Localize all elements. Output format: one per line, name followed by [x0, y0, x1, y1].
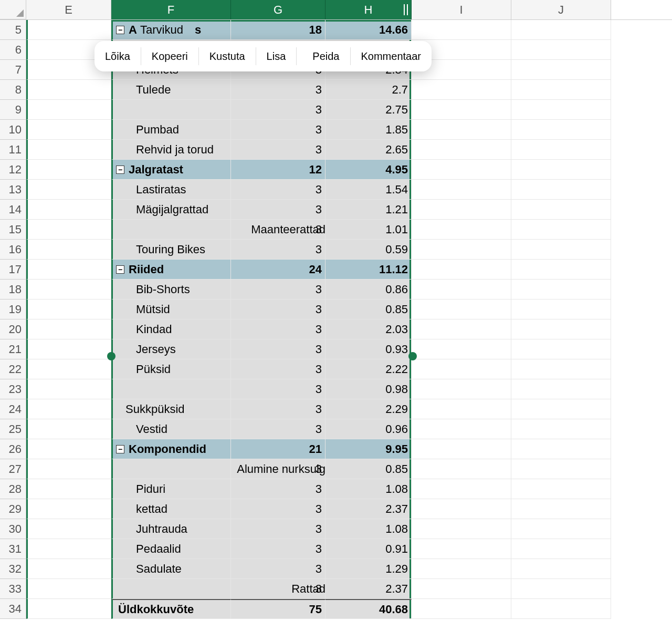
cell[interactable]: 3: [231, 100, 326, 120]
cell[interactable]: [412, 539, 511, 559]
cell[interactable]: Mütsid: [111, 299, 231, 319]
cell[interactable]: [511, 479, 611, 499]
cell[interactable]: 0.96: [326, 419, 412, 439]
cell[interactable]: 3: [231, 200, 326, 220]
cell[interactable]: 3: [231, 319, 326, 339]
row-header[interactable]: 22: [0, 359, 26, 379]
cell[interactable]: [412, 260, 511, 280]
selection-handle-left[interactable]: [107, 352, 116, 360]
cell[interactable]: 2.29: [326, 399, 412, 419]
cell[interactable]: 3: [231, 479, 326, 499]
cell[interactable]: 2.65: [326, 140, 412, 160]
row-header[interactable]: 31: [0, 539, 26, 559]
cell[interactable]: [111, 459, 231, 479]
cell[interactable]: [26, 160, 111, 180]
cell[interactable]: [511, 60, 611, 80]
cell[interactable]: Tulede: [111, 80, 231, 100]
cell[interactable]: 3: [231, 579, 326, 599]
cell[interactable]: [511, 80, 611, 100]
row-header[interactable]: 24: [0, 399, 26, 419]
cell[interactable]: 24: [231, 260, 326, 280]
row-header[interactable]: 16: [0, 240, 26, 260]
cell[interactable]: [412, 80, 511, 100]
column-header-f[interactable]: F: [111, 0, 231, 19]
cell[interactable]: Juhtrauda: [111, 519, 231, 539]
cell[interactable]: 0.86: [326, 280, 412, 299]
cell[interactable]: [26, 260, 111, 280]
cell[interactable]: [412, 439, 511, 459]
cell[interactable]: [26, 100, 111, 120]
row-header[interactable]: 25: [0, 419, 26, 439]
cell[interactable]: Alumine nurksulg0.85: [326, 459, 412, 479]
cell[interactable]: [412, 20, 511, 40]
cell[interactable]: [412, 519, 511, 539]
cell[interactable]: [511, 539, 611, 559]
cell[interactable]: 3: [231, 299, 326, 319]
cell[interactable]: [511, 140, 611, 160]
cell[interactable]: 0.85: [326, 299, 412, 319]
menu-hide[interactable]: Peida: [302, 41, 350, 71]
row-header[interactable]: 9: [0, 100, 26, 120]
cell[interactable]: 3: [231, 539, 326, 559]
cell[interactable]: Püksid: [111, 359, 231, 379]
cell[interactable]: −Jalgratast: [111, 160, 231, 180]
cell[interactable]: [511, 20, 611, 40]
cell[interactable]: 3: [231, 519, 326, 539]
menu-insert[interactable]: Lisa: [256, 41, 297, 71]
cell[interactable]: [412, 180, 511, 200]
cell[interactable]: [511, 559, 611, 579]
cell[interactable]: [26, 539, 111, 559]
cell[interactable]: 3: [231, 359, 326, 379]
column-header-i[interactable]: I: [412, 0, 511, 19]
row-header[interactable]: 20: [0, 319, 26, 339]
cell[interactable]: [511, 240, 611, 260]
column-header-g[interactable]: G: [231, 0, 326, 19]
cell[interactable]: [511, 339, 611, 359]
cell[interactable]: [111, 379, 231, 399]
cell[interactable]: [511, 180, 611, 200]
cell[interactable]: −Komponendid: [111, 439, 231, 459]
cell[interactable]: 3: [231, 499, 326, 519]
cell[interactable]: 75: [231, 599, 326, 619]
row-header[interactable]: 7: [0, 60, 26, 80]
row-header[interactable]: 29: [0, 499, 26, 519]
cell[interactable]: 0.98: [326, 379, 412, 399]
cell[interactable]: 1.08: [326, 519, 412, 539]
cell[interactable]: 2.22: [326, 359, 412, 379]
row-header[interactable]: 18: [0, 280, 26, 299]
cell[interactable]: [511, 579, 611, 599]
cell[interactable]: 3: [231, 559, 326, 579]
cell[interactable]: 3: [231, 379, 326, 399]
cell[interactable]: [412, 379, 511, 399]
cell[interactable]: 1.29: [326, 559, 412, 579]
cell[interactable]: [412, 459, 511, 479]
select-all-corner[interactable]: [0, 0, 26, 19]
cell[interactable]: Üldkokkuvõte: [111, 599, 231, 619]
cell[interactable]: [26, 180, 111, 200]
column-header-j[interactable]: J: [511, 0, 611, 19]
cell[interactable]: [511, 399, 611, 419]
cell[interactable]: Touring Bikes: [111, 240, 231, 260]
cell[interactable]: [26, 519, 111, 539]
cell[interactable]: 21: [231, 439, 326, 459]
cell[interactable]: 2.7: [326, 80, 412, 100]
cell[interactable]: [412, 100, 511, 120]
row-header[interactable]: 21: [0, 339, 26, 359]
cell[interactable]: [412, 399, 511, 419]
cell[interactable]: [111, 220, 231, 240]
cell[interactable]: 2.75: [326, 100, 412, 120]
cell[interactable]: [511, 100, 611, 120]
cell[interactable]: [26, 220, 111, 240]
cell[interactable]: Jerseys: [111, 339, 231, 359]
cell[interactable]: [26, 479, 111, 499]
cell[interactable]: 1.54: [326, 180, 412, 200]
cell[interactable]: [26, 140, 111, 160]
cell[interactable]: −Riided: [111, 260, 231, 280]
cell[interactable]: [511, 519, 611, 539]
cell[interactable]: [26, 579, 111, 599]
row-header[interactable]: 34: [0, 599, 26, 619]
cell[interactable]: [511, 40, 611, 60]
column-header-e[interactable]: E: [26, 0, 111, 19]
cell[interactable]: Maanteerattad1.01: [326, 220, 412, 240]
collapse-icon[interactable]: −: [116, 26, 124, 34]
